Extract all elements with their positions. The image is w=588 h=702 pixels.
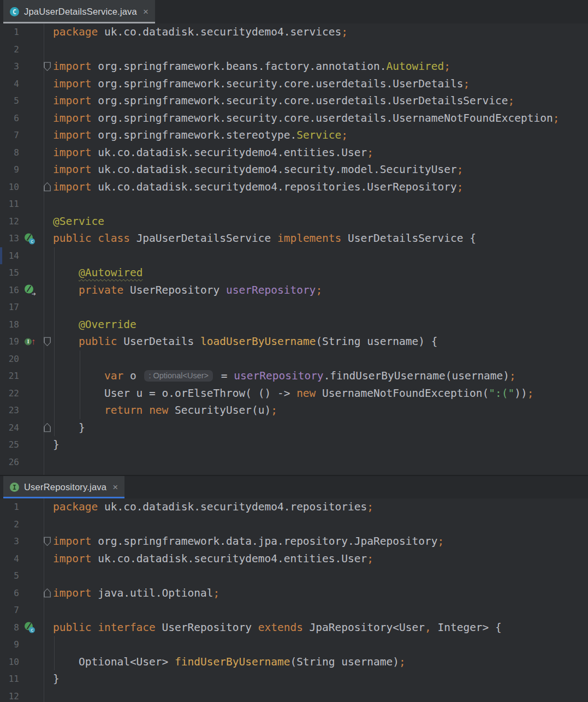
overriding-method-icon[interactable]: I↑ (25, 336, 35, 347)
code-line[interactable]: 9import uk.co.datadisk.securitydemo4.sec… (0, 161, 588, 179)
code-text: private UserRepository userRepository; (53, 282, 322, 299)
spring-bean-icon[interactable]: c (25, 622, 35, 633)
code-line[interactable]: 5import org.springframework.security.cor… (0, 92, 588, 110)
code-line[interactable]: 8cpublic interface UserRepository extend… (0, 619, 588, 636)
fold-marker[interactable] (44, 337, 51, 346)
code-line[interactable]: 20 (0, 350, 588, 368)
code-text: import org.springframework.stereotype.Se… (53, 127, 348, 144)
line-number: 11 (0, 195, 19, 213)
code-text: @Autowired (53, 264, 142, 282)
java-class-icon: C (10, 7, 19, 16)
tab-bar-top: C JpaUserDetailsService.java × (0, 0, 588, 23)
line-number: 7 (0, 602, 19, 619)
line-number: 12 (0, 688, 19, 702)
code-text: public interface UserRepository extends … (53, 619, 502, 636)
code-line[interactable]: 26 (0, 454, 588, 471)
editor-split-bottom: I UserRepository.java × 1package uk.co.d… (0, 475, 588, 702)
line-number: 5 (0, 567, 19, 585)
code-line[interactable]: 6import java.util.Optional; (0, 585, 588, 602)
code-line[interactable]: 3import org.springframework.beans.factor… (0, 58, 588, 75)
line-number: 14 (0, 247, 19, 265)
code-text: return new SecurityUser(u); (53, 402, 277, 419)
code-line[interactable]: 5 (0, 567, 588, 585)
code-line[interactable]: 8import uk.co.datadisk.securitydemo4.ent… (0, 144, 588, 162)
code-text: User u = o.orElseThrow( () -> new Userna… (53, 385, 534, 402)
line-number: 24 (0, 419, 19, 437)
line-number: 8 (0, 144, 19, 162)
autowired-dependency-icon[interactable]: ➜ (25, 285, 35, 295)
code-line[interactable]: 10import uk.co.datadisk.securitydemo4.re… (0, 179, 588, 196)
code-text: @Service (53, 213, 104, 230)
code-line[interactable]: 9 (0, 636, 588, 653)
code-line[interactable]: 22 User u = o.orElseThrow( () -> new Use… (0, 385, 588, 402)
line-number: 1 (0, 23, 19, 41)
line-number: 15 (0, 264, 19, 282)
line-number: 26 (0, 454, 19, 471)
code-text: import java.util.Optional; (53, 585, 219, 602)
code-line[interactable]: 16➜ private UserRepository userRepositor… (0, 282, 588, 299)
fold-marker[interactable] (44, 182, 51, 192)
code-text: import uk.co.datadisk.securitydemo4.enti… (53, 550, 373, 568)
line-number: 12 (0, 213, 19, 230)
line-number: 4 (0, 75, 19, 93)
code-line[interactable]: 1package uk.co.datadisk.securitydemo4.re… (0, 498, 588, 516)
line-number: 13 (0, 230, 19, 247)
code-line[interactable]: 11 (0, 195, 588, 213)
code-line[interactable]: 10 Optional<User> findUserByUsername(Str… (0, 653, 588, 671)
fold-marker[interactable] (44, 62, 51, 71)
close-icon[interactable]: × (143, 7, 149, 17)
code-line[interactable]: 2 (0, 516, 588, 533)
line-number: 2 (0, 516, 19, 533)
code-line[interactable]: 3import org.springframework.data.jpa.rep… (0, 533, 588, 550)
line-number: 16 (0, 282, 19, 299)
code-line[interactable]: 12 (0, 688, 588, 702)
code-line[interactable]: 25} (0, 436, 588, 454)
line-number: 3 (0, 58, 19, 75)
code-line[interactable]: 24 } (0, 419, 588, 437)
line-number: 18 (0, 316, 19, 334)
code-line[interactable]: 2 (0, 41, 588, 58)
tab-jpauserdetailsservice[interactable]: C JpaUserDetailsService.java × (3, 0, 155, 23)
line-number: 3 (0, 533, 19, 550)
code-line[interactable]: 21 var o : Optional<User> = userReposito… (0, 367, 588, 385)
line-number: 23 (0, 402, 19, 419)
fold-marker[interactable] (44, 537, 51, 546)
code-line[interactable]: 12@Service (0, 213, 588, 230)
code-line[interactable]: 19I↑ public UserDetails loadUserByUserna… (0, 333, 588, 350)
line-number: 10 (0, 653, 19, 671)
code-line[interactable]: 7 (0, 602, 588, 619)
code-text: import uk.co.datadisk.securitydemo4.secu… (53, 161, 463, 179)
line-number: 6 (0, 110, 19, 127)
code-text: } (53, 670, 60, 688)
editor-split-top: C JpaUserDetailsService.java × 1package … (0, 0, 588, 475)
code-line[interactable]: 15 @Autowired (0, 264, 588, 282)
code-text: public UserDetails loadUserByUsername(St… (53, 333, 437, 350)
code-line[interactable]: 4import uk.co.datadisk.securitydemo4.ent… (0, 550, 588, 568)
tab-userrepository[interactable]: I UserRepository.java × (3, 476, 124, 498)
code-line[interactable]: 13cpublic class JpaUserDetailsService im… (0, 230, 588, 247)
code-text: import uk.co.datadisk.securitydemo4.repo… (53, 179, 463, 196)
code-line[interactable]: 4import org.springframework.security.cor… (0, 75, 588, 93)
line-number: 4 (0, 550, 19, 568)
code-editor-userrepository[interactable]: 1package uk.co.datadisk.securitydemo4.re… (0, 498, 588, 702)
line-number: 9 (0, 161, 19, 179)
fold-marker[interactable] (44, 588, 51, 598)
code-text: } (53, 419, 85, 437)
code-line[interactable]: 6import org.springframework.security.cor… (0, 110, 588, 127)
code-text: var o : Optional<User> = userRepository.… (53, 367, 516, 385)
spring-bean-icon[interactable]: c (25, 233, 35, 243)
fold-marker[interactable] (44, 423, 51, 432)
code-line[interactable]: 11} (0, 670, 588, 688)
code-line[interactable]: 23 return new SecurityUser(u); (0, 402, 588, 419)
code-line[interactable]: 14 (0, 247, 588, 265)
close-icon[interactable]: × (112, 482, 118, 493)
code-line[interactable]: 17 (0, 299, 588, 316)
code-text: @Override (53, 316, 136, 334)
code-line[interactable]: 18 @Override (0, 316, 588, 334)
code-text: import org.springframework.beans.factory… (53, 58, 450, 75)
code-line[interactable]: 7import org.springframework.stereotype.S… (0, 127, 588, 144)
code-line[interactable]: 1package uk.co.datadisk.securitydemo4.se… (0, 23, 588, 41)
line-number: 8 (0, 619, 19, 636)
line-number: 1 (0, 498, 19, 516)
code-editor-jpauserdetailsservice[interactable]: 1package uk.co.datadisk.securitydemo4.se… (0, 23, 588, 475)
